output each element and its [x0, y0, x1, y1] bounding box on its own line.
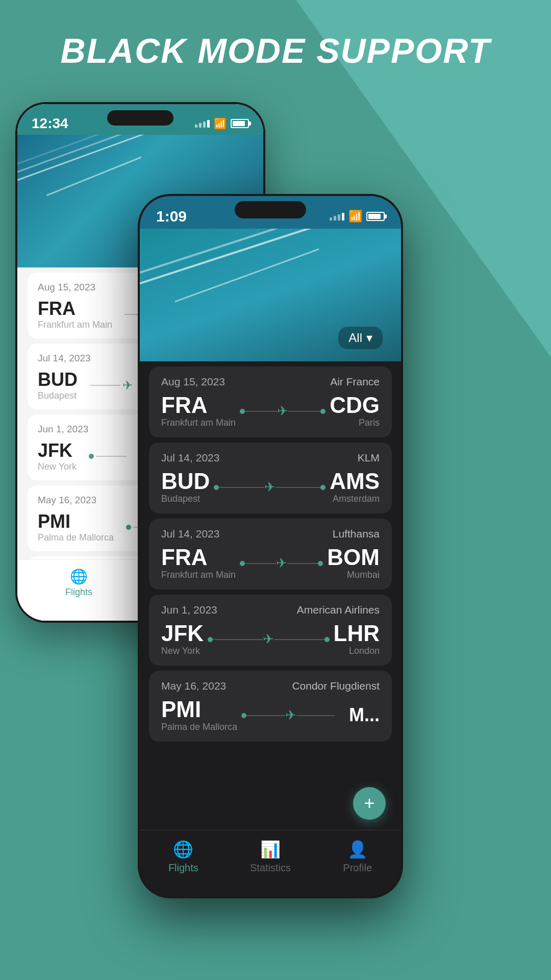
list-item[interactable]: Jul 14, 2023 Lufthansa FRA Frankfurt am … — [149, 519, 392, 590]
dest-iata: M... — [339, 706, 380, 724]
flight-date: Jun 1, 2023 — [38, 424, 88, 435]
plane-icon: ✈ — [264, 479, 276, 495]
origin-city: Frankfurt am Main — [161, 570, 236, 580]
origin-city: Frankfurt am Main — [38, 320, 112, 330]
flight-date: Jun 1, 2023 — [161, 604, 217, 616]
airline-name: American Airlines — [297, 604, 380, 616]
dest-iata: AMS — [330, 470, 380, 493]
dest-city: Paris — [330, 418, 380, 428]
origin-city: New York — [161, 646, 204, 656]
tab-flights[interactable]: 🌐 Flights — [17, 568, 140, 598]
tab-profile[interactable]: 👤 Profile — [314, 840, 401, 874]
front-flight-list: Aug 15, 2023 Air France FRA Frankfurt am… — [140, 361, 401, 830]
origin-iata: PMI — [161, 698, 237, 721]
dest-iata: CDG — [330, 394, 380, 416]
tab-flights-label: Flights — [168, 862, 198, 874]
flight-date: May 16, 2023 — [161, 680, 226, 692]
plane-icon: ✈ — [122, 378, 133, 393]
flight-date: Jul 14, 2023 — [161, 528, 219, 540]
profile-icon: 👤 — [347, 840, 368, 859]
front-phone-time: 1:09 — [156, 208, 187, 225]
front-hero-image: All ▾ — [140, 229, 401, 361]
origin-iata: FRA — [161, 546, 236, 569]
list-item[interactable]: Aug 15, 2023 Air France FRA Frankfurt am… — [149, 366, 392, 437]
tab-statistics[interactable]: 📊 Statistics — [227, 840, 314, 874]
flights-icon: 🌐 — [173, 840, 193, 859]
flight-date: May 16, 2023 — [38, 495, 96, 506]
origin-iata: PMI — [38, 511, 114, 532]
chevron-down-icon: ▾ — [366, 331, 372, 345]
airline-name: Lufthansa — [333, 528, 380, 540]
flights-icon: 🌐 — [70, 568, 88, 585]
front-phone-notch — [235, 201, 306, 218]
tab-profile-label: Profile — [343, 862, 372, 874]
airline-name: Air France — [330, 376, 380, 388]
list-item[interactable]: Jul 14, 2023 KLM BUD Budapest ✈ — [149, 443, 392, 513]
front-filter-button[interactable]: All ▾ — [338, 327, 383, 349]
back-phone-time: 12:34 — [32, 115, 68, 132]
dest-city: Amsterdam — [330, 494, 380, 504]
origin-city: Palma de Mallorca — [38, 532, 114, 543]
plane-icon: ✈ — [285, 707, 296, 723]
origin-iata: JFK — [161, 622, 204, 645]
flight-date: Jul 14, 2023 — [38, 353, 91, 364]
tab-flights[interactable]: 🌐 Flights — [140, 840, 227, 874]
plus-icon: + — [364, 793, 374, 814]
plane-icon: ✈ — [277, 403, 288, 419]
origin-iata: BUD — [38, 369, 78, 390]
origin-iata: FRA — [38, 298, 112, 320]
front-phone: 1:09 📶 All ▾ — [138, 194, 403, 898]
back-phone-notch — [107, 110, 173, 126]
origin-city: Palma de Mallorca — [161, 722, 237, 732]
origin-city: Budapest — [161, 494, 210, 504]
origin-iata: FRA — [161, 394, 236, 416]
list-item[interactable]: Jun 1, 2023 American Airlines JFK New Yo… — [149, 595, 392, 666]
list-item[interactable]: May 16, 2023 Condor Flugdienst PMI Palma… — [149, 671, 392, 742]
page-title: BLACK MODE SUPPORT — [0, 31, 551, 70]
origin-city: Budapest — [38, 390, 78, 401]
statistics-icon: 📊 — [260, 840, 281, 859]
airline-name: KLM — [358, 452, 380, 464]
dest-city: London — [334, 646, 380, 656]
plane-icon: ✈ — [276, 555, 287, 571]
dest-iata: LHR — [334, 622, 380, 645]
flight-date: Aug 15, 2023 — [38, 282, 95, 293]
front-tab-bar: 🌐 Flights 📊 Statistics 👤 Profile — [140, 830, 401, 896]
flight-date: Jul 14, 2023 — [161, 452, 219, 464]
tab-flights-label: Flights — [65, 587, 92, 598]
origin-city: New York — [38, 461, 77, 472]
origin-iata: BUD — [161, 470, 210, 493]
dest-iata: BOM — [327, 546, 380, 569]
flight-date: Aug 15, 2023 — [161, 376, 225, 388]
origin-iata: JFK — [38, 440, 77, 461]
dest-city: Mumbai — [327, 570, 380, 580]
origin-city: Frankfurt am Main — [161, 418, 236, 428]
plane-icon: ✈ — [263, 631, 274, 647]
add-flight-button[interactable]: + — [353, 787, 386, 820]
tab-statistics-label: Statistics — [250, 862, 291, 874]
airline-name: Condor Flugdienst — [292, 680, 380, 692]
front-filter-label: All — [348, 331, 362, 345]
